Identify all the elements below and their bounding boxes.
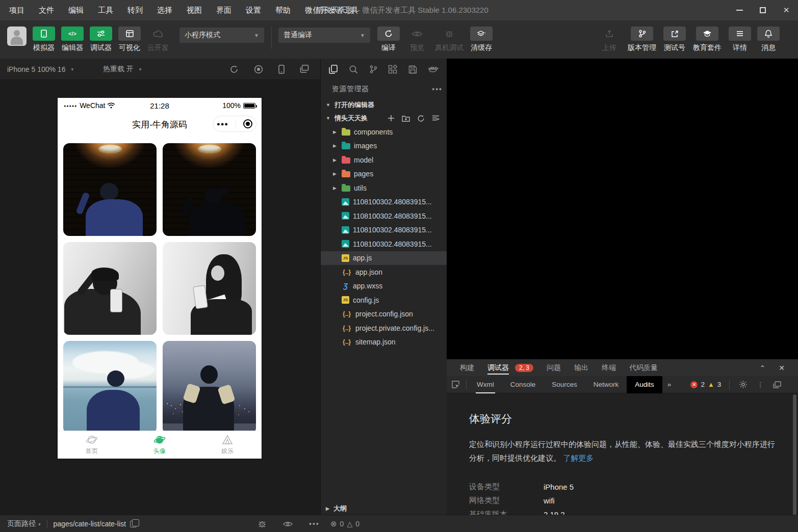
- close-panel-icon[interactable]: ✕: [779, 364, 785, 372]
- new-folder-icon[interactable]: [402, 115, 410, 122]
- tree-file-config-js[interactable]: JSconfig.js: [321, 293, 447, 307]
- device-selector[interactable]: iPhone 5 100% 16: [0, 65, 81, 73]
- menu-item-project[interactable]: 项目: [9, 6, 24, 15]
- tree-file-image[interactable]: 1108100302.48083915...: [321, 195, 447, 209]
- tab-avatar[interactable]: 头像: [125, 431, 193, 459]
- inspect-element-icon[interactable]: [447, 380, 464, 389]
- problems-summary[interactable]: ⊗ 0 △ 0: [330, 515, 359, 532]
- menu-item-goto[interactable]: 转到: [127, 6, 143, 15]
- visualize-toggle[interactable]: 可视化: [115, 26, 144, 52]
- watch-icon[interactable]: [283, 521, 293, 527]
- menu-item-tools[interactable]: 工具: [98, 6, 113, 15]
- hot-reload-selector[interactable]: 热重载 开: [96, 65, 148, 74]
- devtools-tab-console[interactable]: Console: [502, 376, 544, 393]
- save-icon[interactable]: [408, 65, 417, 74]
- reload-icon[interactable]: [229, 65, 239, 74]
- tree-folder-pages[interactable]: ▶pages: [321, 167, 447, 181]
- multi-window-icon[interactable]: [300, 65, 309, 74]
- more-tabs-icon[interactable]: »: [662, 381, 677, 388]
- photo-thumbnail[interactable]: [163, 242, 256, 335]
- panel-tab-code-quality[interactable]: 代码质量: [629, 359, 658, 376]
- tree-folder-utils[interactable]: ▶utils: [321, 181, 447, 195]
- compile-button[interactable]: 编译: [374, 26, 403, 52]
- more-status-icon[interactable]: •••: [309, 520, 320, 528]
- tree-file-project-private-config[interactable]: {..}project.private.config.js...: [321, 321, 447, 335]
- undock-icon[interactable]: [773, 381, 781, 388]
- search-icon[interactable]: [349, 65, 358, 74]
- open-editors-section[interactable]: ▼ 打开的编辑器: [321, 98, 447, 112]
- source-control-icon[interactable]: [369, 65, 377, 74]
- collapse-panel-icon[interactable]: ⌃: [760, 364, 766, 372]
- maximize-button[interactable]: [751, 0, 775, 20]
- extensions-icon[interactable]: [388, 65, 397, 74]
- photo-thumbnail[interactable]: [63, 341, 157, 434]
- tree-file-app-wxss[interactable]: Ʒapp.wxss: [321, 279, 447, 294]
- photo-thumbnail[interactable]: [63, 143, 157, 236]
- devtools-tab-audits[interactable]: Audits: [627, 376, 662, 393]
- panel-tab-problems[interactable]: 问题: [547, 359, 561, 376]
- tree-file-image[interactable]: 1108100302.48083915...: [321, 223, 447, 237]
- devtools-menu-icon[interactable]: ⋮: [757, 381, 764, 389]
- tab-entertainment[interactable]: 娱乐: [194, 431, 262, 459]
- clear-cache-button[interactable]: 清缓存: [467, 26, 496, 52]
- devtools-tab-network[interactable]: Network: [585, 376, 627, 393]
- devtools-settings-icon[interactable]: [739, 380, 748, 389]
- stop-icon[interactable]: [254, 65, 263, 74]
- tree-file-sitemap-json[interactable]: {..}sitemap.json: [321, 335, 447, 350]
- photo-thumbnail[interactable]: [63, 242, 157, 335]
- device-frame-icon[interactable]: [278, 65, 285, 74]
- panel-tab-output[interactable]: 输出: [574, 359, 588, 376]
- panel-tab-build[interactable]: 构建: [460, 359, 474, 376]
- devtools-tab-sources[interactable]: Sources: [544, 376, 585, 393]
- refresh-tree-icon[interactable]: [417, 115, 425, 122]
- debugger-toggle[interactable]: 调试器: [87, 26, 115, 52]
- more-menu-icon[interactable]: ●●●: [217, 121, 228, 127]
- version-control-button[interactable]: 版本管理: [624, 26, 660, 52]
- devtools-tab-wxml[interactable]: Wxml: [469, 376, 502, 393]
- menu-item-help[interactable]: 帮助: [275, 6, 291, 15]
- mode-select[interactable]: 小程序模式 ▼: [179, 28, 264, 43]
- outline-section[interactable]: ▶ 大纲: [321, 502, 447, 515]
- exit-target-icon[interactable]: [243, 119, 252, 128]
- docker-whale-icon[interactable]: [428, 65, 439, 73]
- more-actions-icon[interactable]: •••: [432, 85, 443, 93]
- menu-item-file[interactable]: 文件: [39, 6, 54, 15]
- panel-tab-debugger[interactable]: 调试器: [487, 359, 509, 376]
- tree-file-image[interactable]: 1108100302.48083915...: [321, 209, 447, 223]
- simulator-toggle[interactable]: 模拟器: [30, 26, 58, 52]
- education-suite-button[interactable]: 教育套件: [689, 26, 726, 52]
- menu-item-settings[interactable]: 设置: [246, 6, 261, 15]
- files-icon[interactable]: [329, 65, 338, 74]
- menu-item-select[interactable]: 选择: [157, 6, 172, 15]
- page-path-selector[interactable]: 页面路径: [7, 519, 41, 528]
- messages-button[interactable]: 消息: [754, 26, 783, 52]
- test-account-button[interactable]: 测试号: [660, 26, 689, 52]
- tree-folder-components[interactable]: ▶components: [321, 125, 447, 139]
- tab-home[interactable]: 首页: [58, 431, 125, 459]
- panel-tab-terminal[interactable]: 终端: [602, 359, 616, 376]
- new-file-icon[interactable]: [388, 115, 395, 122]
- close-button[interactable]: ✕: [775, 0, 798, 20]
- details-button[interactable]: 详情: [726, 26, 754, 52]
- tree-file-app-js[interactable]: JSapp.js: [321, 251, 447, 265]
- menu-item-interface[interactable]: 界面: [216, 6, 231, 15]
- collapse-all-icon[interactable]: [432, 115, 440, 122]
- minimize-button[interactable]: [728, 0, 751, 20]
- user-avatar[interactable]: [7, 26, 27, 46]
- tree-file-image[interactable]: 1108100302.48083915...: [321, 237, 447, 251]
- photo-thumbnail[interactable]: [163, 143, 256, 236]
- tree-file-app-json[interactable]: {..}app.json: [321, 265, 447, 279]
- menu-item-edit[interactable]: 编辑: [68, 6, 84, 15]
- compile-mode-select[interactable]: 普通编译 ▼: [278, 28, 370, 43]
- debug-mode-icon[interactable]: [258, 520, 267, 528]
- tree-folder-images[interactable]: ▶images: [321, 139, 447, 153]
- project-section[interactable]: ▼ 情头天天换: [321, 112, 447, 125]
- editor-toggle[interactable]: </> 编辑器: [58, 26, 87, 52]
- learn-more-link[interactable]: 了解更多: [563, 454, 594, 462]
- photo-thumbnail[interactable]: [163, 341, 256, 434]
- menu-item-view[interactable]: 视图: [187, 6, 202, 15]
- copy-path-icon[interactable]: [130, 521, 137, 527]
- tree-folder-model[interactable]: ▶model: [321, 153, 447, 167]
- tree-file-project-config[interactable]: {..}project.config.json: [321, 307, 447, 322]
- scrollbar[interactable]: [793, 394, 796, 515]
